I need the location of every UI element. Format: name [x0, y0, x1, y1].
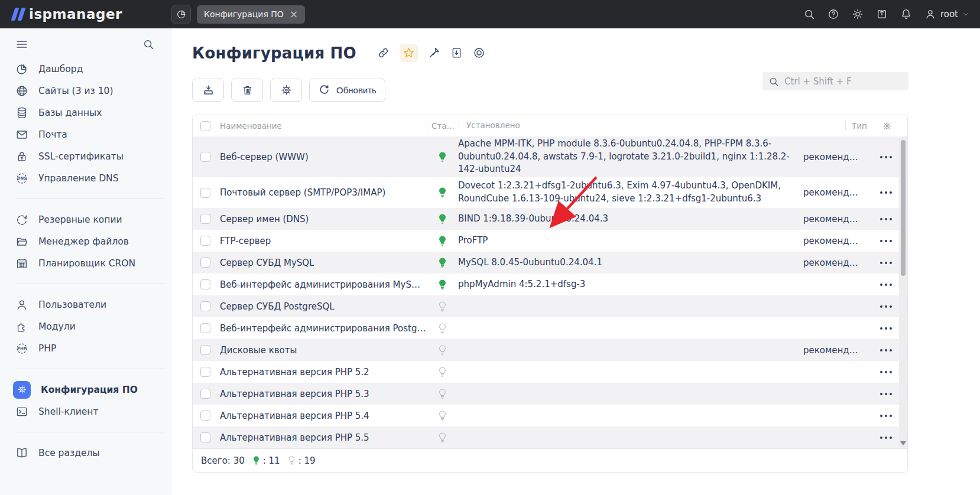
row-checkbox[interactable] [200, 279, 210, 289]
sidebar-item-users[interactable]: Пользователи [0, 294, 171, 315]
row-installed: MySQL 8.0.45-0ubuntu0.24.04.1 [458, 256, 803, 269]
dashboard-tab-button[interactable] [171, 5, 191, 24]
tab-close-icon[interactable]: × [290, 9, 298, 19]
sidebar-item-label: Планировщик CRON [38, 258, 135, 269]
kebab-menu-icon [880, 393, 892, 395]
row-checkbox[interactable] [200, 411, 210, 421]
sidebar-item-label: Базы данных [38, 108, 102, 118]
install-button[interactable] [192, 79, 224, 102]
export-document-icon[interactable] [450, 47, 463, 59]
row-checkbox[interactable] [200, 323, 210, 333]
table-row[interactable]: Альтернативная версия PHP 5.4 [193, 405, 907, 426]
column-header-type[interactable]: Тип [852, 121, 867, 131]
row-checkbox[interactable] [200, 301, 210, 311]
column-header-installed[interactable]: Установлено [466, 121, 520, 130]
table-row[interactable]: Сервер СУБД PostgreSQL [193, 295, 907, 317]
column-header-status[interactable]: Ста… [431, 121, 455, 131]
delete-button[interactable] [231, 79, 263, 102]
sidebar-item-backups[interactable]: Резервные копии [0, 209, 171, 230]
theme-icon[interactable] [852, 8, 864, 20]
app-logo[interactable]: ispmanager [0, 6, 171, 22]
sidebar-item-dns[interactable]: Управление DNS [0, 167, 171, 189]
pie-chart-icon [15, 63, 28, 76]
notifications-bell-icon[interactable] [900, 8, 912, 20]
row-type: рекоменд… [803, 152, 865, 162]
row-checkbox[interactable] [200, 258, 210, 268]
sidebar-item-file-manager[interactable]: Менеджер файлов [0, 230, 171, 252]
chevron-down-icon [962, 11, 969, 18]
book-icon [15, 447, 28, 460]
table-row[interactable]: Веб-интерфейс администрирования MySQL (p… [193, 273, 907, 295]
table-row[interactable]: Альтернативная версия PHP 5.5 [193, 426, 907, 448]
bulb-off-icon [288, 456, 295, 465]
help-icon[interactable] [828, 8, 839, 20]
restore-icon [15, 213, 28, 226]
select-all-checkbox[interactable] [200, 121, 210, 131]
table-row[interactable]: Сервер СУБД MySQL MySQL 8.0.45-0ubuntu0.… [193, 252, 907, 273]
row-checkbox[interactable] [200, 432, 210, 442]
copy-link-icon[interactable] [377, 47, 390, 59]
refresh-button[interactable]: Обновить [309, 79, 385, 102]
sidebar-item-label: Пользователи [38, 299, 106, 310]
table-row[interactable]: Сервер имен (DNS) BIND 1:9.18.39-0ubuntu… [193, 208, 907, 230]
sidebar-item-ssl[interactable]: SSL-сертификаты [0, 145, 171, 167]
scrollbar-thumb[interactable] [901, 140, 906, 276]
page-title: Конфигурация ПО [192, 44, 356, 62]
scrollbar-down-arrow[interactable] [900, 441, 906, 445]
row-checkbox[interactable] [200, 367, 210, 377]
search-input[interactable] [784, 76, 891, 87]
help-ring-icon[interactable] [473, 47, 485, 59]
favorite-star-button[interactable] [400, 44, 418, 62]
mail-icon [15, 128, 28, 141]
sidebar-item-php[interactable]: PHP [0, 337, 171, 359]
table-row[interactable]: Веб-сервер (WWW) Apache MPM-ITK, PHP mod… [193, 136, 907, 177]
export-window-icon[interactable] [876, 8, 888, 20]
sidebar-item-all-sections[interactable]: Все разделы [0, 442, 171, 464]
lock-icon [15, 150, 28, 163]
user-menu[interactable]: root [924, 8, 969, 20]
sidebar-item-mail[interactable]: Почта [0, 123, 171, 145]
row-name: Сервер имен (DNS) [220, 214, 309, 224]
row-checkbox[interactable] [200, 214, 210, 224]
row-checkbox[interactable] [200, 236, 210, 246]
row-name: Веб-интерфейс администрирования MySQL (p… [220, 279, 427, 290]
table-settings-gear-icon[interactable] [882, 121, 892, 131]
puzzle-icon [15, 320, 28, 333]
table-row[interactable]: Альтернативная версия PHP 5.2 [193, 361, 907, 383]
sidebar-item-modules[interactable]: Модули [0, 315, 171, 337]
star-icon [403, 47, 415, 59]
sidebar-divider [15, 284, 165, 284]
sidebar-item-shell-client[interactable]: Shell-клиент [0, 400, 171, 422]
pin-icon[interactable] [428, 47, 440, 59]
install-icon [202, 84, 215, 96]
row-checkbox[interactable] [200, 389, 210, 399]
sidebar-item-software-configuration[interactable]: Конфигурация ПО [0, 379, 171, 400]
table-scrollbar[interactable] [899, 137, 907, 448]
sidebar-item-databases[interactable]: Базы данных [0, 102, 171, 123]
table-row[interactable]: Альтернативная версия PHP 5.3 [193, 383, 907, 405]
row-checkbox[interactable] [200, 152, 210, 162]
php-icon [15, 342, 28, 355]
sidebar-item-cron[interactable]: Планировщик CRON [0, 252, 171, 274]
search-icon[interactable] [803, 8, 815, 20]
status-bulb-icon [439, 432, 446, 443]
sidebar-item-sites[interactable]: Сайты (3 из 10) [0, 80, 171, 102]
calendar-icon [15, 257, 28, 270]
table-row[interactable]: FTP-сервер ProFTP рекоменд… [193, 230, 907, 252]
menu-burger-icon[interactable] [15, 38, 28, 51]
sidebar-item-dashboard[interactable]: Дашборд [0, 58, 171, 80]
status-bulb-icon [439, 345, 446, 356]
settings-button[interactable] [270, 79, 302, 102]
page-search-field[interactable] [762, 72, 908, 90]
tab-software-configuration[interactable]: Конфигурация ПО × [197, 5, 305, 24]
sidebar-search-icon[interactable] [142, 38, 154, 50]
column-header-name[interactable]: Наименование [220, 121, 282, 131]
table-header: Наименование Ста… Установлено Тип [193, 115, 907, 136]
table-row[interactable]: Почтовый сервер (SMTP/POP3/IMAP) Dovecot… [193, 177, 907, 208]
table-row[interactable]: Веб-интерфейс администрирования PostgreS… [193, 317, 907, 339]
terminal-icon [15, 405, 28, 418]
row-checkbox[interactable] [200, 188, 210, 198]
table-row[interactable]: Дисковые квоты рекоменд… [193, 339, 907, 361]
status-bulb-icon [439, 389, 446, 399]
row-checkbox[interactable] [200, 345, 210, 355]
